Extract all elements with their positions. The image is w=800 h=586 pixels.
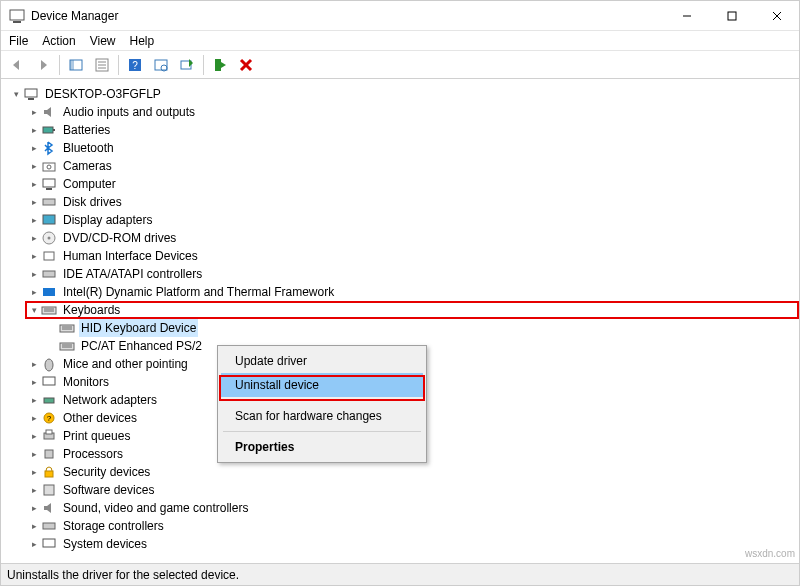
audio-icon	[41, 104, 57, 120]
tree-node-intel[interactable]: ▸Intel(R) Dynamic Platform and Thermal F…	[27, 283, 799, 301]
chevron-down-icon[interactable]: ▾	[27, 303, 41, 317]
app-icon	[9, 8, 25, 24]
chevron-right-icon[interactable]: ▸	[27, 195, 41, 209]
tree-node-security[interactable]: ▸Security devices	[27, 463, 799, 481]
window-controls	[664, 1, 799, 30]
battery-icon	[41, 122, 57, 138]
tree-node-bluetooth[interactable]: ▸Bluetooth	[27, 139, 799, 157]
chevron-down-icon[interactable]: ▾	[9, 87, 23, 101]
storage-icon	[41, 518, 57, 534]
tree-node-computer[interactable]: ▸Computer	[27, 175, 799, 193]
chevron-right-icon[interactable]: ▸	[27, 393, 41, 407]
keyboard-icon	[59, 320, 75, 336]
tree-root-label: DESKTOP-O3FGFLP	[43, 85, 163, 103]
keyboard-icon	[41, 302, 57, 318]
chevron-right-icon[interactable]: ▸	[27, 267, 41, 281]
disc-icon	[41, 230, 57, 246]
keyboard-icon	[59, 338, 75, 354]
chevron-right-icon[interactable]: ▸	[27, 429, 41, 443]
statusbar: Uninstalls the driver for the selected d…	[1, 563, 799, 585]
svg-rect-20	[25, 89, 37, 97]
svg-rect-33	[43, 271, 55, 277]
chevron-right-icon[interactable]: ▸	[27, 375, 41, 389]
scan-hardware-button[interactable]	[149, 53, 173, 77]
chevron-right-icon[interactable]: ▸	[27, 519, 41, 533]
maximize-button[interactable]	[709, 1, 754, 30]
chevron-right-icon[interactable]: ▸	[27, 357, 41, 371]
menu-file[interactable]: File	[9, 34, 28, 48]
tree-node-batteries[interactable]: ▸Batteries	[27, 121, 799, 139]
tree-node-keyboards[interactable]: ▾Keyboards	[25, 301, 799, 319]
chevron-right-icon[interactable]: ▸	[27, 483, 41, 497]
tree-node-sound[interactable]: ▸Sound, video and game controllers	[27, 499, 799, 517]
device-tree-pane[interactable]: ▾ DESKTOP-O3FGFLP ▸Audio inputs and outp…	[1, 81, 799, 563]
tree-node-hid[interactable]: ▸Human Interface Devices	[27, 247, 799, 265]
close-button[interactable]	[754, 1, 799, 30]
tree-node-display[interactable]: ▸Display adapters	[27, 211, 799, 229]
menu-help[interactable]: Help	[130, 34, 155, 48]
ide-icon	[41, 266, 57, 282]
properties-button[interactable]	[90, 53, 114, 77]
update-driver-button[interactable]	[175, 53, 199, 77]
tree-node-cameras[interactable]: ▸Cameras	[27, 157, 799, 175]
chevron-right-icon[interactable]: ▸	[27, 285, 41, 299]
svg-rect-23	[53, 129, 55, 131]
minimize-button[interactable]	[664, 1, 709, 30]
svg-rect-53	[44, 485, 54, 495]
tree-node-storage[interactable]: ▸Storage controllers	[27, 517, 799, 535]
svg-point-44	[45, 359, 53, 371]
svg-rect-1	[13, 21, 21, 23]
monitor-icon	[41, 374, 57, 390]
chevron-right-icon[interactable]: ▸	[27, 141, 41, 155]
chevron-right-icon[interactable]: ▸	[27, 465, 41, 479]
svg-rect-54	[43, 523, 55, 529]
toolbar-separator	[59, 55, 60, 75]
enable-device-button[interactable]	[208, 53, 232, 77]
tree-node-system[interactable]: ▸System devices	[27, 535, 799, 553]
chevron-right-icon[interactable]: ▸	[27, 249, 41, 263]
tree-node-disk[interactable]: ▸Disk drives	[27, 193, 799, 211]
menu-view[interactable]: View	[90, 34, 116, 48]
chevron-right-icon[interactable]: ▸	[27, 213, 41, 227]
uninstall-device-button[interactable]	[234, 53, 258, 77]
system-icon	[41, 536, 57, 552]
printer-icon	[41, 428, 57, 444]
tree-root[interactable]: ▾ DESKTOP-O3FGFLP	[9, 85, 799, 103]
svg-rect-50	[46, 430, 52, 434]
context-scan-hardware[interactable]: Scan for hardware changes	[221, 404, 423, 428]
help-button[interactable]: ?	[123, 53, 147, 77]
toolbar-separator	[118, 55, 119, 75]
menu-separator	[223, 400, 421, 401]
other-icon: ?	[41, 410, 57, 426]
computer-icon	[23, 86, 39, 102]
tree-node-hid-keyboard[interactable]: HID Keyboard Device	[45, 319, 799, 337]
back-button[interactable]	[5, 53, 29, 77]
tree-node-audio[interactable]: ▸Audio inputs and outputs	[27, 103, 799, 121]
context-properties[interactable]: Properties	[221, 435, 423, 459]
chevron-right-icon[interactable]: ▸	[27, 159, 41, 173]
context-update-driver[interactable]: Update driver	[221, 349, 423, 373]
svg-rect-45	[43, 377, 55, 385]
tree-node-software[interactable]: ▸Software devices	[27, 481, 799, 499]
svg-rect-55	[43, 539, 55, 547]
svg-rect-46	[44, 398, 54, 403]
chevron-right-icon[interactable]: ▸	[27, 537, 41, 551]
chevron-right-icon[interactable]: ▸	[27, 123, 41, 137]
chevron-right-icon[interactable]: ▸	[27, 411, 41, 425]
chevron-right-icon[interactable]: ▸	[27, 177, 41, 191]
chevron-right-icon[interactable]: ▸	[27, 447, 41, 461]
svg-rect-7	[70, 60, 74, 70]
tree-node-dvd[interactable]: ▸DVD/CD-ROM drives	[27, 229, 799, 247]
bluetooth-icon	[41, 140, 57, 156]
show-hide-console-button[interactable]	[64, 53, 88, 77]
forward-button[interactable]	[31, 53, 55, 77]
svg-rect-0	[10, 10, 24, 20]
tree-node-ide[interactable]: ▸IDE ATA/ATAPI controllers	[27, 265, 799, 283]
hid-icon	[41, 248, 57, 264]
menu-action[interactable]: Action	[42, 34, 75, 48]
chevron-right-icon[interactable]: ▸	[27, 231, 41, 245]
chevron-right-icon[interactable]: ▸	[27, 105, 41, 119]
chevron-right-icon[interactable]: ▸	[27, 501, 41, 515]
disk-icon	[41, 194, 57, 210]
context-uninstall-device[interactable]: Uninstall device	[221, 373, 423, 397]
